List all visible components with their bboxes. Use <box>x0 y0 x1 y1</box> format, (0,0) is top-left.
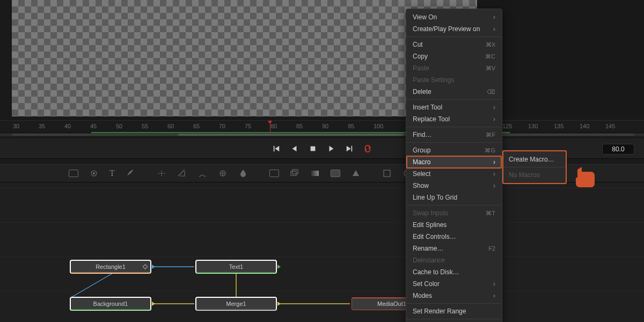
ruler-scrollbar-handle[interactable] <box>178 134 404 136</box>
ctx-delete[interactable]: Delete⌫ <box>406 86 502 98</box>
tick: 95 <box>348 123 354 129</box>
brush-tool-icon[interactable] <box>197 169 207 178</box>
ctx-macro[interactable]: Macro› <box>406 156 502 169</box>
ctx-set-color[interactable]: Set Color› <box>406 278 502 290</box>
ctx-label: Show <box>413 182 429 189</box>
ctx-insert-tool[interactable]: Insert Tool› <box>406 101 502 113</box>
node-text[interactable]: Text1 <box>196 260 276 273</box>
loop-button[interactable] <box>363 144 372 153</box>
ctx-show[interactable]: Show› <box>406 180 502 192</box>
submenu-arrow-icon: › <box>493 13 495 21</box>
node-merge[interactable]: Merge1 <box>196 297 276 310</box>
tracker-tool-icon[interactable] <box>89 169 99 178</box>
paint-tool-icon[interactable] <box>126 169 135 178</box>
ctx-separator <box>503 167 566 167</box>
go-end-button[interactable] <box>345 144 354 153</box>
erode-tool-icon[interactable] <box>177 169 187 178</box>
ctx-modes[interactable]: Modes› <box>406 290 502 302</box>
tick: 90 <box>322 123 328 129</box>
submenu-arrow-icon: › <box>493 115 495 123</box>
ctx-shortcut: F2 <box>488 245 495 252</box>
ctx-label: Rename… <box>413 245 443 252</box>
macro-submenu[interactable]: Create Macro… No Macros <box>502 150 567 184</box>
ctx-rename[interactable]: Rename…F2 <box>406 243 502 254</box>
tick: 30 <box>13 123 19 129</box>
ctx-shortcut: ⌘G <box>485 147 495 154</box>
go-start-button[interactable] <box>272 144 281 153</box>
ctx-label: Find… <box>413 131 431 138</box>
keyframe-indicator-icon[interactable] <box>143 264 148 269</box>
ctx-cut[interactable]: Cut⌘X <box>406 39 502 50</box>
playhead[interactable] <box>270 121 270 134</box>
current-frame-field[interactable]: 80.0 <box>602 144 634 155</box>
stop-button[interactable] <box>309 144 317 153</box>
tick: 50 <box>116 123 122 129</box>
ctx-select[interactable]: Select› <box>406 168 502 180</box>
transform-tool-icon[interactable] <box>382 169 392 178</box>
ctx-label: Swap Inputs <box>413 209 448 217</box>
ctx-label: View On <box>413 13 437 21</box>
text-tool-icon[interactable]: T <box>109 169 115 178</box>
ctx-label: Select <box>413 170 430 178</box>
ctx-no-macros: No Macros <box>503 169 566 181</box>
ctx-create-macro[interactable]: Create Macro… <box>503 153 566 165</box>
ctx-set-render-range[interactable]: Set Render Range <box>406 305 502 317</box>
svg-point-3 <box>158 173 159 174</box>
ctx-label: No Macros <box>509 171 540 179</box>
node-label: MediaOut1 <box>377 301 406 307</box>
blur-tool-icon[interactable] <box>238 169 248 178</box>
tick: 40 <box>64 123 71 129</box>
ctx-shortcut: ⌘V <box>486 65 495 72</box>
ctx-edit-controls[interactable]: Edit Controls… <box>406 231 502 243</box>
ctx-cache-to-disk[interactable]: Cache to Disk… <box>406 266 502 278</box>
ctx-view-on[interactable]: View On› <box>406 11 502 23</box>
media-in-tool-icon[interactable] <box>69 169 78 178</box>
node-rectangle[interactable]: Rectangle1 <box>70 260 151 273</box>
mask-alpha-tool-icon[interactable] <box>331 169 340 178</box>
node-output-port[interactable] <box>277 265 281 269</box>
ctx-find[interactable]: Find…⌘F <box>406 129 502 141</box>
node-output-port[interactable] <box>277 302 281 306</box>
node-background[interactable]: Background1 <box>70 297 151 310</box>
ctx-label: Macro <box>413 158 430 166</box>
play-reverse-button[interactable] <box>290 144 299 153</box>
ctx-swap-inputs: Swap Inputs⌘T <box>406 207 502 219</box>
tick: 85 <box>296 123 303 129</box>
ctx-edit-splines[interactable]: Edit Splines <box>406 219 502 231</box>
ctx-shortcut: ⌘T <box>486 210 495 217</box>
node-output-port[interactable] <box>152 302 155 306</box>
ctx-replace-tool[interactable]: Replace Tool› <box>406 113 502 125</box>
submenu-arrow-icon: › <box>493 104 495 111</box>
node-output-port[interactable] <box>152 265 155 269</box>
ctx-shortcut: ⌘C <box>485 53 495 60</box>
ctx-shortcut: ⌘X <box>486 41 495 48</box>
ctx-label: Replace Tool <box>413 115 450 123</box>
ctx-group[interactable]: Group⌘G <box>406 144 502 156</box>
submenu-arrow-icon: › <box>493 280 495 288</box>
submenu-arrow-icon: › <box>493 170 495 178</box>
mask-rect-tool-icon[interactable] <box>269 169 279 178</box>
ruler-scrollbar[interactable] <box>12 134 634 136</box>
mask-gradient-tool-icon[interactable] <box>310 169 320 178</box>
svg-point-7 <box>160 173 162 174</box>
color-tool-icon[interactable] <box>218 169 228 178</box>
mask-triangle-tool-icon[interactable] <box>351 169 361 178</box>
tick: 75 <box>245 123 251 129</box>
ctx-lineup[interactable]: Line Up To Grid <box>406 192 502 203</box>
ctx-label: Deinstance <box>413 257 445 264</box>
particles-tool-icon[interactable] <box>157 169 166 178</box>
svg-point-2 <box>93 173 95 174</box>
ctx-create-preview[interactable]: Create/Play Preview on› <box>406 23 502 35</box>
svg-rect-10 <box>292 170 298 174</box>
timeline-ruler[interactable]: 30 35 40 45 50 55 60 65 70 75 80 85 90 9… <box>0 120 644 133</box>
tick: 125 <box>502 123 512 129</box>
ctx-copy[interactable]: Copy⌘C <box>406 50 502 62</box>
ctx-separator <box>406 142 502 143</box>
ctx-label: Cache to Disk… <box>413 268 459 276</box>
mask-stack-tool-icon[interactable] <box>290 169 299 178</box>
ctx-separator <box>406 303 502 304</box>
play-button[interactable] <box>327 144 335 153</box>
context-menu[interactable]: View On› Create/Play Preview on› Cut⌘X C… <box>406 9 502 322</box>
node-graph[interactable]: Rectangle1 Text1 Background1 Merge1 Medi… <box>0 182 644 322</box>
node-label: Text1 <box>229 264 243 270</box>
